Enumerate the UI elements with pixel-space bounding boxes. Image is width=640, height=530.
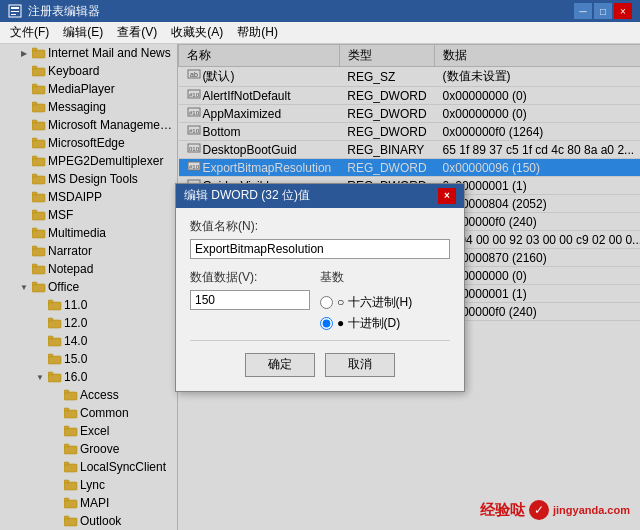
hex-label: ○ 十六进制(H) bbox=[337, 294, 412, 311]
watermark-url: jingyanda.com bbox=[553, 504, 630, 516]
watermark-text: 经验哒 bbox=[480, 501, 525, 520]
maximize-button[interactable]: □ bbox=[594, 3, 612, 19]
dec-label: ● 十进制(D) bbox=[337, 315, 400, 332]
dec-radio[interactable] bbox=[320, 317, 333, 330]
watermark: 经验哒 ✓ jingyanda.com bbox=[480, 500, 630, 520]
value-col: 数值数据(V): bbox=[190, 269, 310, 332]
menu-bar: 文件(F)编辑(E)查看(V)收藏夹(A)帮助(H) bbox=[0, 22, 640, 44]
data-input[interactable] bbox=[190, 290, 310, 310]
hex-radio-label[interactable]: ○ 十六进制(H) bbox=[320, 294, 412, 311]
ok-button[interactable]: 确定 bbox=[245, 353, 315, 377]
name-input[interactable] bbox=[190, 239, 450, 259]
menu-item-e[interactable]: 编辑(E) bbox=[57, 22, 109, 43]
watermark-check: ✓ bbox=[529, 500, 549, 520]
svg-rect-2 bbox=[11, 11, 19, 12]
value-row: 数值数据(V): 基数 ○ 十六进制(H) ● 十进制(D) bbox=[190, 269, 450, 332]
dialog-buttons: 确定 取消 bbox=[190, 347, 450, 381]
close-button[interactable]: × bbox=[614, 3, 632, 19]
dialog-title-bar: 编辑 DWORD (32 位)值 × bbox=[176, 184, 464, 208]
base-label: 基数 bbox=[320, 269, 412, 286]
cancel-button[interactable]: 取消 bbox=[325, 353, 395, 377]
menu-item-v[interactable]: 查看(V) bbox=[111, 22, 163, 43]
main-content: ▶ Internet Mail and News Keyboard MediaP… bbox=[0, 44, 640, 530]
menu-item-f[interactable]: 文件(F) bbox=[4, 22, 55, 43]
menu-item-h[interactable]: 帮助(H) bbox=[231, 22, 284, 43]
name-label: 数值名称(N): bbox=[190, 218, 450, 235]
dialog-title: 编辑 DWORD (32 位)值 bbox=[184, 187, 310, 204]
title-bar: 注册表编辑器 ─ □ × bbox=[0, 0, 640, 22]
app-icon bbox=[8, 4, 22, 18]
svg-rect-1 bbox=[11, 7, 19, 9]
minimize-button[interactable]: ─ bbox=[574, 3, 592, 19]
dialog-body: 数值名称(N): 数值数据(V): 基数 ○ 十六进制(H) bbox=[176, 208, 464, 391]
menu-item-a[interactable]: 收藏夹(A) bbox=[165, 22, 229, 43]
edit-dword-dialog: 编辑 DWORD (32 位)值 × 数值名称(N): 数值数据(V): 基数 bbox=[175, 183, 465, 392]
hex-radio[interactable] bbox=[320, 296, 333, 309]
window-title: 注册表编辑器 bbox=[28, 3, 100, 20]
window-controls: ─ □ × bbox=[574, 3, 632, 19]
dialog-overlay: 编辑 DWORD (32 位)值 × 数值名称(N): 数值数据(V): 基数 bbox=[0, 44, 640, 530]
base-radios: 基数 ○ 十六进制(H) ● 十进制(D) bbox=[320, 269, 412, 332]
svg-rect-3 bbox=[11, 14, 16, 15]
dialog-divider bbox=[190, 340, 450, 341]
dec-radio-label[interactable]: ● 十进制(D) bbox=[320, 315, 412, 332]
data-label: 数值数据(V): bbox=[190, 269, 310, 286]
dialog-close-button[interactable]: × bbox=[438, 188, 456, 204]
